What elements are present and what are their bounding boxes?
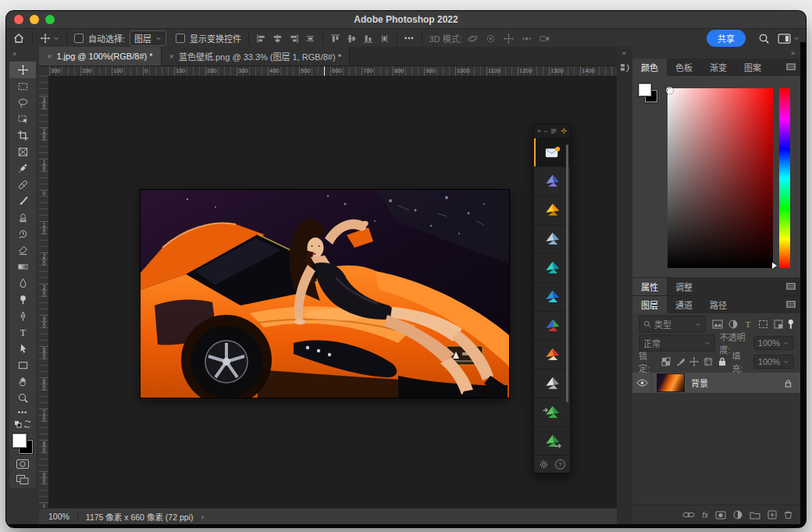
home-icon[interactable] bbox=[12, 32, 25, 45]
lock-position-icon[interactable] bbox=[689, 357, 699, 366]
show-transform-checkbox[interactable] bbox=[176, 34, 185, 43]
lock-transparency-icon[interactable] bbox=[661, 357, 671, 366]
edit-toolbar-icon[interactable]: ••• bbox=[9, 406, 36, 419]
orbit-3d-icon[interactable] bbox=[467, 33, 479, 45]
tab-close-icon[interactable]: × bbox=[169, 52, 174, 61]
plugin-tricolor[interactable] bbox=[534, 312, 570, 341]
dock-collapse-icon[interactable]: « bbox=[617, 49, 632, 57]
panel-menu-icon[interactable] bbox=[786, 301, 796, 308]
filter-smart-object-icon[interactable] bbox=[774, 320, 783, 329]
lock-artboard-icon[interactable] bbox=[703, 357, 713, 366]
plugin-teal[interactable] bbox=[534, 254, 570, 283]
new-group-icon[interactable] bbox=[750, 511, 760, 520]
plugin-close-icon[interactable]: × bbox=[537, 127, 541, 134]
document-tab[interactable]: ×1.jpg @ 100%(RGB/8#) * bbox=[39, 47, 162, 66]
healing-brush-tool[interactable] bbox=[9, 177, 36, 193]
clone-stamp-tool[interactable] bbox=[9, 209, 36, 226]
blur-tool[interactable] bbox=[9, 275, 36, 291]
dodge-tool[interactable] bbox=[9, 291, 36, 308]
document-tab[interactable]: ×蓝色壁纸.png @ 33.3% (图层 1, RGB/8#) * bbox=[162, 47, 350, 66]
brush-tool[interactable] bbox=[9, 193, 36, 209]
camera-3d-icon[interactable] bbox=[539, 33, 550, 45]
tab-close-icon[interactable]: × bbox=[47, 52, 52, 61]
link-layers-icon[interactable] bbox=[682, 511, 695, 519]
align-bottom-icon[interactable] bbox=[363, 34, 373, 44]
foreground-color-swatch[interactable] bbox=[12, 434, 27, 448]
hue-slider-pointer[interactable] bbox=[772, 262, 777, 269]
rectangle-tool[interactable] bbox=[9, 357, 36, 373]
maximize-window-button[interactable] bbox=[45, 15, 55, 24]
auto-select-dropdown[interactable]: 图层 bbox=[130, 30, 166, 46]
eraser-tool[interactable] bbox=[9, 242, 36, 259]
align-right-icon[interactable] bbox=[289, 34, 299, 44]
plugin-lightblue[interactable] bbox=[534, 225, 570, 254]
plugin-menu-icon[interactable] bbox=[550, 128, 557, 134]
tab-gradients[interactable]: 渐变 bbox=[701, 59, 735, 76]
frame-tool[interactable] bbox=[9, 144, 36, 160]
gradient-tool[interactable] bbox=[9, 259, 36, 275]
fill-dropdown[interactable]: 100% bbox=[753, 355, 794, 369]
layer-thumbnail[interactable] bbox=[657, 373, 685, 392]
tab-patterns[interactable]: 图案 bbox=[735, 59, 770, 76]
plugin-minimize-icon[interactable]: – bbox=[544, 127, 547, 134]
layer-style-icon[interactable]: fx bbox=[702, 511, 708, 520]
distribute-vertical-icon[interactable] bbox=[379, 34, 390, 44]
eyedropper-tool[interactable] bbox=[9, 160, 36, 177]
history-brush-tool[interactable] bbox=[9, 226, 36, 242]
panel-color-swatches[interactable] bbox=[639, 84, 659, 104]
help-icon[interactable]: ? bbox=[555, 459, 565, 470]
plugin-orange[interactable] bbox=[534, 196, 570, 225]
zoom-level[interactable]: 100% bbox=[48, 512, 69, 521]
minimize-window-button[interactable] bbox=[30, 15, 39, 24]
search-icon[interactable] bbox=[758, 33, 770, 45]
layer-visibility-toggle[interactable] bbox=[632, 373, 652, 393]
plugin-cyan[interactable] bbox=[534, 283, 570, 312]
delete-layer-icon[interactable] bbox=[784, 510, 792, 520]
plugin-blue[interactable] bbox=[534, 167, 570, 196]
plugin-green-import[interactable] bbox=[534, 398, 570, 427]
pan-3d-icon[interactable] bbox=[503, 33, 515, 45]
screen-mode-button[interactable] bbox=[9, 472, 36, 487]
align-left-icon[interactable] bbox=[256, 34, 266, 44]
plugin-silver[interactable] bbox=[534, 370, 570, 398]
workspace-switcher[interactable] bbox=[778, 34, 800, 44]
plugin-scrollbar[interactable] bbox=[566, 145, 568, 402]
lock-all-icon[interactable] bbox=[718, 357, 727, 366]
layer-filter-dropdown[interactable]: 类型 bbox=[639, 316, 706, 333]
foreground-background-swatches[interactable] bbox=[12, 433, 34, 455]
zoom-tool[interactable] bbox=[9, 390, 36, 406]
plugin-mail[interactable] bbox=[534, 138, 570, 167]
filter-adjustment-icon[interactable] bbox=[728, 320, 738, 329]
more-options-icon[interactable]: ••• bbox=[404, 34, 414, 42]
path-selection-tool[interactable] bbox=[9, 341, 36, 357]
color-field-marker[interactable] bbox=[666, 87, 673, 94]
lock-pixels-icon[interactable] bbox=[675, 357, 685, 366]
share-button[interactable]: 共享 bbox=[707, 30, 746, 47]
filter-pixel-icon[interactable] bbox=[712, 320, 723, 329]
quick-mask-button[interactable] bbox=[9, 456, 36, 472]
saturation-brightness-field[interactable] bbox=[668, 88, 773, 268]
align-center-horizontal-icon[interactable] bbox=[272, 34, 283, 44]
new-layer-icon[interactable] bbox=[767, 510, 777, 520]
marquee-tool[interactable] bbox=[9, 78, 36, 95]
roll-3d-icon[interactable] bbox=[485, 33, 497, 45]
type-tool[interactable]: T bbox=[9, 324, 36, 341]
pen-tool[interactable] bbox=[9, 308, 36, 324]
lasso-tool[interactable] bbox=[9, 95, 36, 111]
plugin-green-export[interactable] bbox=[534, 427, 570, 455]
hand-tool[interactable] bbox=[9, 373, 36, 390]
canvas-image[interactable] bbox=[141, 190, 509, 398]
auto-select-checkbox[interactable] bbox=[74, 34, 84, 43]
history-panel-icon[interactable] bbox=[620, 63, 630, 73]
filter-shape-icon[interactable] bbox=[758, 320, 768, 329]
status-chevron-icon[interactable]: › bbox=[201, 512, 204, 521]
layer-row[interactable]: 背景 bbox=[632, 373, 800, 393]
panel-menu-icon[interactable] bbox=[786, 283, 796, 290]
plugin-red-orange[interactable] bbox=[534, 341, 570, 370]
plugin-settings-icon[interactable] bbox=[561, 127, 567, 134]
tab-color[interactable]: 颜色 bbox=[632, 59, 667, 76]
tab-properties[interactable]: 属性 bbox=[632, 278, 667, 295]
align-top-icon[interactable] bbox=[330, 34, 340, 44]
hue-slider[interactable] bbox=[779, 88, 790, 268]
tab-channels[interactable]: 通道 bbox=[667, 296, 701, 313]
